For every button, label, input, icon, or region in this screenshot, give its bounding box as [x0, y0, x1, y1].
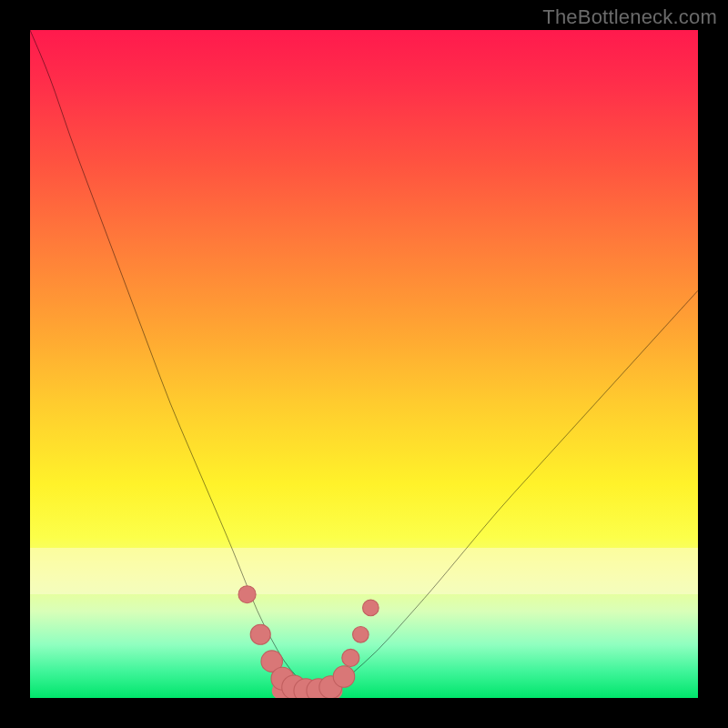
curve-group	[30, 30, 698, 698]
plot-area	[30, 30, 698, 698]
data-marker	[333, 666, 354, 687]
data-marker	[353, 626, 369, 642]
data-marker	[238, 586, 256, 603]
bottleneck-curve	[30, 30, 698, 691]
chart-frame: TheBottleneck.com	[0, 0, 728, 728]
data-marker	[342, 649, 359, 666]
watermark-text: TheBottleneck.com	[542, 5, 717, 29]
data-marker	[363, 600, 379, 616]
data-marker	[250, 624, 270, 644]
curve-layer	[30, 30, 698, 698]
